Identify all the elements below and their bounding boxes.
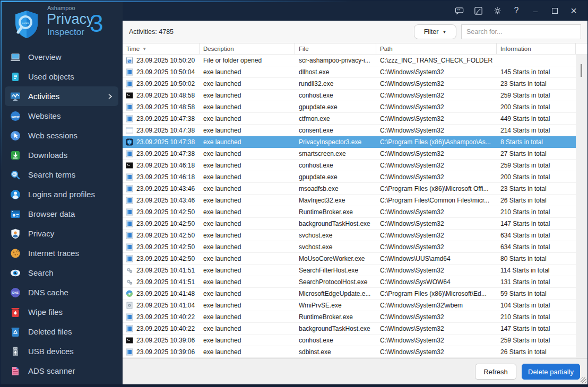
scrollbar-thumb[interactable] xyxy=(581,64,582,77)
column-header-information[interactable]: Information xyxy=(497,43,576,54)
table-row[interactable]: 23.09.2025 10:41:48exe launchedMicrosoft… xyxy=(123,288,576,300)
table-row[interactable]: 23.09.2025 10:42:50exe launchedsvchost.e… xyxy=(123,241,576,253)
gears-icon xyxy=(126,278,133,286)
sidebar-item-internet-traces[interactable]: Internet traces xyxy=(5,243,118,263)
sidebar-item-dns-cache[interactable]: DNSDNS cache xyxy=(5,283,118,302)
column-header-file[interactable]: File xyxy=(295,43,376,54)
cell-file: rundll32.exe xyxy=(295,80,376,87)
sidebar-item-websites[interactable]: wwwWebsites xyxy=(5,106,118,126)
sidebar-item-activities[interactable]: Activities xyxy=(5,86,118,106)
table-row[interactable]: 23.09.2025 10:40:22exe launchedbackgroun… xyxy=(123,323,576,335)
table-row[interactable]: 23.09.2025 10:39:06exe launchedconhost.e… xyxy=(123,335,576,346)
notes-icon[interactable] xyxy=(469,3,488,19)
cell-file: msoadfsb.exe xyxy=(295,185,376,192)
cell-time-text: 23.09.2025 10:47:38 xyxy=(136,138,195,146)
brand-product-line2: Inspector xyxy=(47,27,84,38)
sidebar-item-used-objects[interactable]: Used objects xyxy=(5,67,118,86)
sidebar-item-usb-devices[interactable]: USB devices xyxy=(5,341,118,361)
table-row[interactable]: 23.09.2025 10:50:02exe launchedrundll32.… xyxy=(123,78,576,90)
table-row[interactable]: 23.09.2025 10:47:38exe launchedsmartscre… xyxy=(123,148,576,160)
sidebar-item-search[interactable]: Search xyxy=(5,263,118,283)
sidebar-item-label: Downloads xyxy=(28,151,67,160)
cell-time-text: 23.09.2025 10:41:51 xyxy=(136,267,195,274)
exe-window-icon xyxy=(126,150,133,157)
sidebar-item-wipe-files[interactable]: Wipe files xyxy=(5,302,118,322)
cell-time-text: 23.09.2025 10:40:22 xyxy=(136,313,195,321)
sidebar-item-logins-and-profiles[interactable]: Logins and profiles xyxy=(5,184,118,204)
column-header-description[interactable]: Description xyxy=(200,43,295,54)
table-row[interactable]: 23.09.2025 10:47:38exe launchedctfmon.ex… xyxy=(123,113,576,125)
sidebar-item-privacy[interactable]: Privacy xyxy=(5,224,118,243)
exe-window-icon xyxy=(126,115,133,122)
sidebar-item-overview[interactable]: Overview xyxy=(5,47,118,67)
globe-www-icon: www xyxy=(10,111,21,121)
cell-time-text: 23.09.2025 10:42:50 xyxy=(136,208,195,216)
column-header-time[interactable]: Time▼ xyxy=(123,43,200,54)
maximize-icon[interactable] xyxy=(545,3,564,19)
close-icon[interactable]: × xyxy=(564,3,583,19)
cell-time: 23.09.2025 10:47:38 xyxy=(123,138,200,146)
cell-path: C:\Windows\System32 xyxy=(376,208,497,216)
sidebar-item-label: DNS cache xyxy=(28,288,68,297)
sidebar-item-deleted-files[interactable]: Deleted files xyxy=(5,322,118,341)
table-row[interactable]: 23.09.2025 10:48:58exe launchedgpupdate.… xyxy=(123,101,576,113)
search-input[interactable] xyxy=(461,24,581,39)
vertical-scrollbar[interactable] xyxy=(576,55,587,358)
cell-path: C:\Program Files (x86)\Ashampoo\As... xyxy=(376,138,497,146)
cell-path: C:\Windows\System32 xyxy=(376,220,497,227)
sidebar-item-label: ADS scanner xyxy=(28,366,75,375)
table-row[interactable]: 23.09.2025 10:50:04exe launcheddllhost.e… xyxy=(123,66,576,78)
cell-path: C:\Windows\System32 xyxy=(376,232,497,239)
cell-file: sdbinst.exe xyxy=(295,348,376,356)
table-row[interactable]: 23.09.2025 10:46:18exe launchedgpupdate.… xyxy=(123,171,576,183)
cell-file: svchost.exe xyxy=(295,243,376,251)
settings-icon[interactable] xyxy=(488,3,507,19)
sidebar-item-ads-scanner[interactable]: ADS scanner xyxy=(5,361,118,381)
table-row[interactable]: 23.09.2025 10:39:06exe launchedsdbinst.e… xyxy=(123,346,576,358)
table-row[interactable]: 23.09.2025 10:42:50exe launchedbackgroun… xyxy=(123,218,576,230)
table-row[interactable]: 23.09.2025 10:42:50exe launchedRuntimeBr… xyxy=(123,206,576,218)
cell-information: 147 Starts in total xyxy=(497,220,576,227)
cell-description: exe launched xyxy=(200,220,295,227)
sidebar-item-downloads[interactable]: Downloads xyxy=(5,145,118,165)
table-row[interactable]: 23.09.2025 10:40:22exe launchedRuntimeBr… xyxy=(123,311,576,323)
filter-button[interactable]: Filter ▼ xyxy=(414,24,456,39)
table-row[interactable]: 23.09.2025 10:46:18exe launchedconhost.e… xyxy=(123,160,576,171)
titlebar: **?–× xyxy=(123,1,587,21)
feedback-icon[interactable]: ** xyxy=(449,3,469,19)
sidebar-item-label: Wipe files xyxy=(28,307,63,316)
table-row[interactable]: 23.09.2025 10:43:46exe launchedMavInject… xyxy=(123,195,576,206)
cell-time: 23.09.2025 10:47:38 xyxy=(123,127,200,134)
table-row[interactable]: 23.09.2025 10:47:38exe launchedconsent.e… xyxy=(123,125,576,136)
delete-partially-button[interactable]: Delete partially xyxy=(522,364,580,380)
cell-path: C:\Windows\System32 xyxy=(376,243,497,251)
sidebar-item-browser-data[interactable]: Browser data xyxy=(5,204,118,224)
refresh-button[interactable]: Refresh xyxy=(475,364,516,380)
cell-information: 145 Starts in total xyxy=(497,68,576,76)
table-row[interactable]: 23.09.2025 10:48:58exe launchedconhost.e… xyxy=(123,90,576,101)
cell-time-text: 23.09.2025 10:48:58 xyxy=(136,92,195,99)
sidebar-item-web-sessions[interactable]: Web sessions xyxy=(5,126,118,145)
cell-information: 23 Starts in total xyxy=(497,185,576,192)
cell-path: C:\Windows\System32 xyxy=(376,103,497,111)
table-row[interactable]: 23.09.2025 10:41:51exe launchedSearchPro… xyxy=(123,276,576,288)
table-row[interactable]: 23.09.2025 10:41:51exe launchedSearchFil… xyxy=(123,265,576,276)
table-row[interactable]: 23.09.2025 10:42:50exe launchedMoUsoCore… xyxy=(123,253,576,265)
cell-time-text: 23.09.2025 10:41:51 xyxy=(136,278,195,286)
table-row[interactable]: 23.09.2025 10:47:38exe launchedPrivacyIn… xyxy=(123,136,576,148)
exe-window-icon xyxy=(126,103,133,111)
table-row[interactable]: 23.09.2025 10:43:46exe launchedmsoadfsb.… xyxy=(123,183,576,195)
table-row[interactable]: 23.09.2025 10:41:04exe launchedWmiPrvSE.… xyxy=(123,300,576,311)
sidebar-item-label: Search xyxy=(28,268,54,277)
minimize-icon[interactable]: – xyxy=(526,3,545,19)
table-row[interactable]: 23.09.2025 10:42:50exe launchedsvchost.e… xyxy=(123,230,576,241)
cell-time-text: 23.09.2025 10:41:48 xyxy=(136,290,195,297)
cell-time-text: 23.09.2025 10:43:46 xyxy=(136,185,195,192)
exe-window-icon xyxy=(126,348,133,356)
help-icon[interactable]: ? xyxy=(507,3,526,19)
table-row[interactable]: 23.09.2025 10:50:20File or folder opened… xyxy=(123,55,576,66)
chevron-right-icon xyxy=(107,93,113,100)
sidebar-item-search-terms[interactable]: Search terms xyxy=(5,165,118,184)
column-header-path[interactable]: Path xyxy=(376,43,497,54)
resize-grip-icon[interactable] xyxy=(581,377,586,383)
